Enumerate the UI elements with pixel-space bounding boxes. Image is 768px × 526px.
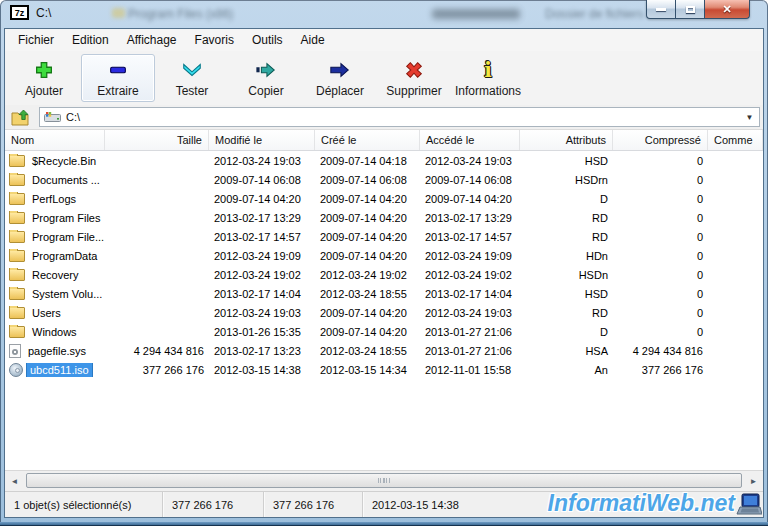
menu-item-favoris[interactable]: Favoris [186, 30, 243, 50]
table-row[interactable]: Windows2013-01-26 15:352009-07-14 04:202… [5, 322, 763, 341]
table-row[interactable]: Users2012-03-24 19:032009-07-14 04:20201… [5, 303, 763, 322]
column-header-attributes[interactable]: Attributs [520, 130, 613, 150]
test-button[interactable]: Tester [155, 54, 229, 102]
table-row[interactable]: ubcd511.iso377 266 1762012-03-15 14:3820… [5, 360, 763, 379]
table-row[interactable]: $Recycle.Bin2012-03-24 19:032009-07-14 0… [5, 151, 763, 170]
table-row[interactable]: Program Files2013-02-17 13:292009-07-14 … [5, 208, 763, 227]
column-header-accessed[interactable]: Accédé le [420, 130, 520, 150]
copy-button[interactable]: Copier [229, 54, 303, 102]
table-row[interactable]: Recovery2012-03-24 19:022012-03-24 19:02… [5, 265, 763, 284]
cell-accessed: 2013-01-27 21:06 [420, 345, 520, 357]
maximize-icon [686, 6, 695, 13]
column-header-compressed[interactable]: Compressé [613, 130, 708, 150]
scrollbar-track[interactable] [24, 471, 744, 491]
cell-created: 2009-07-14 04:20 [315, 193, 420, 205]
file-name: $Recycle.Bin [29, 154, 99, 168]
file-name: pagefile.sys [25, 344, 89, 358]
status-modified-date: 2012-03-15 14:38 [363, 492, 525, 517]
cell-compressed: 0 [613, 231, 708, 243]
toolbar-label: Copier [248, 84, 283, 98]
move-button[interactable]: Déplacer [303, 54, 377, 102]
cell-modified: 2013-02-17 13:23 [209, 345, 315, 357]
watermark-text: InformatiWeb.net [548, 490, 735, 517]
table-row[interactable]: ProgramData2012-03-24 19:092009-07-14 04… [5, 246, 763, 265]
delete-x-icon [401, 59, 427, 81]
table-row[interactable]: Documents ...2009-07-14 06:082009-07-14 … [5, 170, 763, 189]
table-row[interactable]: pagefile.sys4 294 434 8162013-02-17 13:2… [5, 341, 763, 360]
cell-compressed: 4 294 434 816 [613, 345, 708, 357]
cell-created: 2012-03-24 18:55 [315, 345, 420, 357]
cell-created: 2009-07-14 04:20 [315, 231, 420, 243]
toolbar-label: Déplacer [316, 84, 364, 98]
cell-modified: 2013-02-17 14:57 [209, 231, 315, 243]
minimize-button[interactable] [646, 0, 676, 19]
menu-item-fichier[interactable]: Fichier [9, 30, 63, 50]
cell-compressed: 0 [613, 307, 708, 319]
column-header-name[interactable]: Nom [5, 130, 105, 150]
scroll-left-arrow[interactable]: ◄ [5, 471, 24, 491]
extract-button[interactable]: Extraire [81, 54, 155, 102]
close-button[interactable]: ✕ [704, 0, 750, 19]
minimize-icon [656, 8, 666, 11]
menu-item-aide[interactable]: Aide [292, 30, 334, 50]
file-name: PerfLogs [29, 192, 79, 206]
maximize-button[interactable] [676, 0, 704, 19]
background-ghost-blob [432, 9, 520, 19]
cell-accessed: 2013-02-17 14:04 [420, 288, 520, 300]
delete-button[interactable]: Supprimer [377, 54, 451, 102]
background-ghost-text: Program Files (x86) [128, 7, 233, 21]
cell-created: 2012-03-24 19:02 [315, 269, 420, 281]
address-combo[interactable]: C:\ ▼ [39, 107, 760, 127]
table-row[interactable]: System Volu...2013-02-17 14:042012-03-24… [5, 284, 763, 303]
cell-attributes: HSDrn [520, 174, 613, 186]
cell-accessed: 2013-02-17 14:57 [420, 231, 520, 243]
cell-accessed: 2012-03-24 19:03 [420, 155, 520, 167]
toolbar: Ajouter Extraire Tester Copier [5, 51, 763, 105]
copy-arrow-icon [253, 59, 279, 81]
table-row[interactable]: Program File...2013-02-17 14:572009-07-1… [5, 227, 763, 246]
status-size: 377 266 176 [163, 492, 264, 517]
window-title-text: C:\ [36, 6, 51, 20]
cell-compressed: 0 [613, 269, 708, 281]
add-button[interactable]: Ajouter [7, 54, 81, 102]
cell-attributes: HSA [520, 345, 613, 357]
column-header-created[interactable]: Créé le [315, 130, 420, 150]
cell-accessed: 2012-03-24 19:02 [420, 269, 520, 281]
cell-accessed: 2013-01-27 21:06 [420, 326, 520, 338]
cell-attributes: HSDn [520, 269, 613, 281]
scrollbar-thumb[interactable] [26, 473, 742, 488]
parent-folder-button[interactable] [8, 107, 34, 127]
folder-icon [9, 269, 25, 281]
menu-item-affichage[interactable]: Affichage [118, 30, 186, 50]
chevron-down-icon[interactable]: ▼ [742, 108, 757, 126]
cell-compressed: 0 [613, 174, 708, 186]
cell-created: 2009-07-14 04:20 [315, 307, 420, 319]
cell-accessed: 2012-03-24 19:03 [420, 307, 520, 319]
cell-attributes: D [520, 193, 613, 205]
cell-attributes: D [520, 326, 613, 338]
cell-compressed: 377 266 176 [613, 364, 708, 376]
info-button[interactable]: i Informations [451, 54, 525, 102]
cell-modified: 2013-02-17 13:29 [209, 212, 315, 224]
cell-compressed: 0 [613, 250, 708, 262]
cell-created: 2009-07-14 04:20 [315, 326, 420, 338]
cell-attributes: HSD [520, 288, 613, 300]
column-header-size[interactable]: Taille [105, 130, 209, 150]
info-icon: i [475, 59, 501, 81]
menu-item-edition[interactable]: Edition [63, 30, 118, 50]
column-header-comment[interactable]: Comme [708, 130, 763, 150]
cell-created: 2012-03-15 14:34 [315, 364, 420, 376]
7zip-app-icon: 7z [10, 5, 29, 20]
disc-icon [9, 363, 23, 377]
table-row[interactable]: PerfLogs2009-07-14 04:202009-07-14 04:20… [5, 189, 763, 208]
cell-compressed: 0 [613, 155, 708, 167]
menu-item-outils[interactable]: Outils [243, 30, 292, 50]
column-header-modified[interactable]: Modifié le [209, 130, 315, 150]
scroll-right-arrow[interactable]: ► [744, 471, 763, 491]
cell-accessed: 2009-07-14 04:20 [420, 193, 520, 205]
toolbar-label: Supprimer [386, 84, 441, 98]
cell-attributes: RD [520, 212, 613, 224]
cell-compressed: 0 [613, 193, 708, 205]
folder-up-icon [11, 109, 31, 126]
cell-attributes: RD [520, 307, 613, 319]
